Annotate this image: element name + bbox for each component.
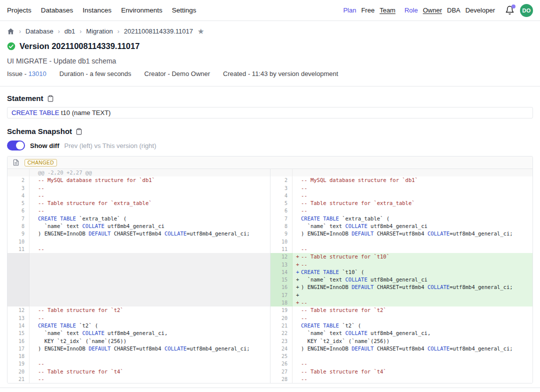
line-number: 18 — [270, 299, 292, 306]
header-divider — [0, 86, 540, 86]
breadcrumb-database[interactable]: Database — [26, 28, 54, 35]
line-number: 19 — [8, 360, 30, 368]
meta-creator: Creator - Demo Owner — [144, 70, 210, 78]
bottom-divider — [0, 388, 540, 388]
diff-line-left-14: 14 CREATE TABLE `t2` ( — [8, 322, 270, 330]
line-code: -- MySQL database structure for `db1` — [30, 176, 270, 184]
line-code: -- — [292, 314, 532, 322]
line-code: ) ENGINE=InnoDB DEFAULT CHARSET=utf8mb4 … — [292, 345, 532, 352]
diff-line-right-21: 21 CREATE TABLE `t2` ( — [270, 322, 532, 330]
line-number — [8, 268, 30, 276]
diff-line-left-5: 5 -- Table structure for `extra_table` — [8, 200, 270, 207]
version-title-row: Version 20211008114339.11017 — [7, 42, 533, 51]
line-code — [30, 268, 270, 276]
nav-item-settings[interactable]: Settings — [172, 6, 196, 14]
statement-code-box: CREATE TABLE t10 (name TEXT) — [7, 107, 533, 118]
diff-body: @@ -2,20 +2,27 @@2 -- MySQL database str… — [8, 169, 532, 383]
line-code: + `name` text COLLATE utf8mb4_general_ci — [292, 276, 532, 284]
diff-line-right-9: 9 ) ENGINE=InnoDB DEFAULT CHARSET=utf8mb… — [270, 230, 532, 238]
line-code: -- Table structure for `extra_table` — [30, 200, 270, 207]
line-number: 18 — [8, 352, 30, 360]
line-code: `name` text COLLATE utf8mb4_general_ci, — [30, 330, 270, 337]
line-number: 21 — [8, 376, 30, 383]
issue-link[interactable]: 13010 — [28, 70, 46, 78]
line-number: 3 — [270, 184, 292, 192]
role-dba-link[interactable]: DBA — [447, 6, 460, 14]
copy-snapshot-icon[interactable] — [76, 128, 82, 135]
main-nav: Projects Databases Instances Environment… — [7, 6, 196, 14]
line-code: -- — [292, 184, 532, 192]
line-number: 13 — [8, 314, 30, 322]
meta-issue: Issue - 13010 — [7, 70, 46, 78]
meta-created: Created - 11:43 by version development — [223, 70, 338, 78]
line-number: 2 — [270, 176, 292, 184]
line-number — [8, 276, 30, 284]
copy-statement-icon[interactable] — [47, 95, 54, 102]
home-icon[interactable] — [7, 28, 14, 35]
diff-line-left-18: 18 — [8, 352, 270, 360]
line-number: 8 — [270, 222, 292, 230]
notification-bell-icon[interactable] — [504, 5, 515, 16]
line-code — [30, 261, 270, 268]
diff-line-right-3: 3 -- — [270, 184, 532, 192]
breadcrumb-db1[interactable]: db1 — [64, 28, 76, 35]
meta-issue-label: Issue - — [7, 70, 28, 78]
breadcrumb-separator: › — [80, 28, 82, 35]
diff-line-right-8: 8 `name` text COLLATE utf8mb4_general_ci — [270, 222, 532, 230]
line-number — [8, 261, 30, 268]
line-number: 8 — [8, 222, 30, 230]
line-number: 23 — [270, 338, 292, 345]
line-code: +-- Table structure for `t10` — [292, 253, 532, 260]
diff-line-right-26: 26 -- — [270, 360, 532, 368]
statement-title: Statement — [7, 94, 44, 102]
nav-item-databases[interactable]: Databases — [41, 6, 74, 14]
line-number: 17 — [270, 292, 292, 299]
breadcrumb-separator: › — [19, 28, 21, 35]
breadcrumb-version[interactable]: 20211008114339.11017 — [124, 28, 193, 35]
line-number: 12 — [8, 306, 30, 314]
diff-line-left-10: 10 — [8, 238, 270, 246]
line-number: 17 — [8, 345, 30, 352]
line-code — [30, 284, 270, 291]
breadcrumb-migration[interactable]: Migration — [86, 28, 112, 35]
role-developer-link[interactable]: Developer — [466, 6, 495, 14]
diff-line-right-11: 11 -- — [270, 246, 532, 253]
nav-item-instances[interactable]: Instances — [82, 6, 112, 14]
line-code — [292, 352, 532, 360]
line-number: 16 — [8, 338, 30, 345]
diff-line-left-9: 9 ) ENGINE=InnoDB DEFAULT CHARSET=utf8mb… — [8, 230, 270, 238]
nav-item-projects[interactable]: Projects — [7, 6, 32, 14]
breadcrumb-separator: › — [118, 28, 120, 35]
line-code: -- — [30, 207, 270, 214]
line-number: 25 — [270, 352, 292, 360]
line-number: 14 — [270, 268, 292, 276]
diff-line-right-28: 28 -- — [270, 376, 532, 383]
avatar[interactable]: DO — [520, 4, 533, 17]
diff-line-left — [8, 276, 270, 284]
plan-upgrade-team-link[interactable]: Team — [380, 6, 396, 14]
diff-line-left-11: 11 -- — [8, 246, 270, 253]
diff-line-left-20: 20 -- Table structure for `t4` — [8, 368, 270, 376]
role-owner-link[interactable]: Owner — [423, 6, 442, 14]
toggle-knob — [16, 142, 24, 150]
line-number — [8, 253, 30, 260]
diff-line-right-17: 17+ — [270, 292, 532, 299]
line-code: CREATE TABLE `extra_table` ( — [292, 215, 532, 222]
diff-line-right-2: 2 -- MySQL database structure for `db1` — [270, 176, 532, 184]
diff-line-left — [8, 299, 270, 306]
line-code: -- — [30, 376, 270, 383]
line-code: ) ENGINE=InnoDB DEFAULT CHARSET=utf8mb4 … — [30, 345, 270, 352]
line-number: 3 — [8, 184, 30, 192]
breadcrumb-separator: › — [58, 28, 60, 35]
show-diff-toggle[interactable] — [7, 140, 25, 150]
line-code: `name` text COLLATE utf8mb4_general_ci, — [292, 330, 532, 337]
nav-item-environments[interactable]: Environments — [121, 6, 162, 14]
favorite-star-icon[interactable]: ★ — [198, 28, 204, 35]
line-code: @@ -2,20 +2,27 @@ — [30, 169, 270, 176]
line-number: 7 — [8, 215, 30, 222]
line-code: -- — [30, 192, 270, 200]
changed-status-badge: CHANGED — [24, 159, 57, 166]
diff-line-right-18: 18+-- — [270, 299, 532, 306]
line-number: 7 — [270, 215, 292, 222]
diff-line-right-15: 15+ `name` text COLLATE utf8mb4_general_… — [270, 276, 532, 284]
